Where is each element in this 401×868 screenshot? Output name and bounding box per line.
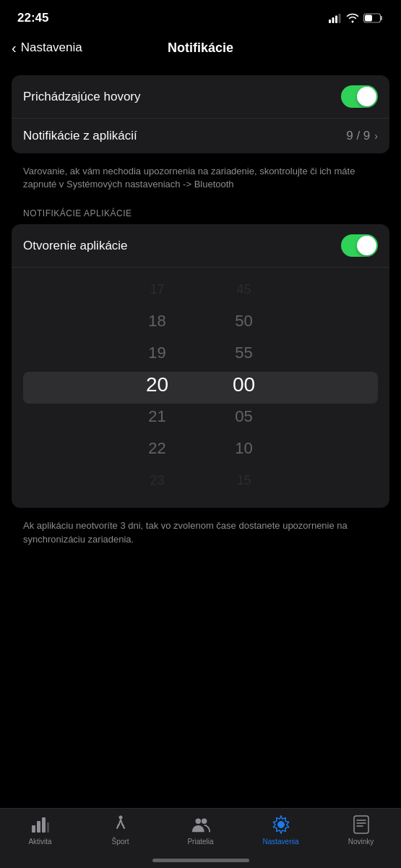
incoming-calls-label: Prichádzajúce hovory: [23, 90, 141, 104]
svg-rect-10: [47, 822, 49, 833]
hour-item: 23: [114, 464, 201, 496]
aktivita-icon: [30, 814, 51, 835]
minute-item: 15: [201, 464, 288, 496]
hour-item: 18: [114, 305, 201, 337]
hours-column[interactable]: 17 18 19 20 21 22 23: [114, 273, 201, 496]
home-indicator: [152, 859, 249, 862]
svg-rect-14: [354, 816, 368, 833]
tab-priatelia[interactable]: Priatelia: [160, 814, 241, 846]
svg-rect-2: [335, 15, 337, 23]
svg-rect-9: [42, 817, 46, 833]
time-picker[interactable]: 17 18 19 20 21 22 23 45 50 55 00 05 10 1…: [12, 268, 389, 508]
status-bar: 22:45: [0, 0, 401, 32]
minute-item: 45: [201, 273, 288, 305]
svg-rect-3: [339, 14, 341, 23]
nastavenia-label: Nastavenia: [262, 838, 298, 846]
status-icons: [329, 13, 384, 23]
novinky-icon: [351, 814, 371, 835]
tab-nastavenia[interactable]: Nastavenia: [241, 814, 321, 846]
warning-text: Varovanie, ak vám nechodia upozornenia n…: [12, 159, 389, 203]
app-notifications-label: Notifikácie z aplikácií: [23, 129, 137, 143]
svg-rect-1: [332, 17, 335, 23]
toggle-knob-2: [357, 236, 376, 255]
wifi-icon: [346, 13, 359, 23]
hour-item: 17: [114, 273, 201, 305]
setting-group-1: Prichádzajúce hovory Notifikácie z aplik…: [12, 75, 389, 153]
hour-selected: 20: [114, 369, 201, 401]
svg-rect-6: [365, 15, 372, 22]
footer-text: Ak aplikáciu neotvoríte 3 dni, tak vo zv…: [12, 514, 389, 557]
incoming-calls-row[interactable]: Prichádzajúce hovory: [12, 75, 389, 119]
signal-icon: [329, 14, 342, 23]
svg-point-11: [118, 816, 122, 820]
svg-rect-7: [32, 825, 35, 833]
minute-item: 50: [201, 305, 288, 337]
minute-item: 05: [201, 401, 288, 433]
sport-icon: [111, 814, 131, 835]
svg-rect-0: [329, 20, 331, 23]
status-time: 22:45: [17, 11, 48, 25]
app-notifications-row[interactable]: Notifikácie z aplikácií 9 / 9 ›: [12, 119, 389, 153]
incoming-calls-toggle[interactable]: [341, 85, 378, 108]
novinky-label: Novinky: [348, 838, 374, 846]
tab-novinky[interactable]: Novinky: [321, 814, 401, 846]
app-setting-group: Otvorenie aplikácie 17 18 19 20 21 22 23…: [12, 224, 389, 508]
svg-point-13: [201, 819, 206, 824]
priatelia-icon: [191, 814, 211, 835]
aktivita-label: Aktivita: [28, 838, 51, 846]
sport-label: Šport: [112, 838, 129, 846]
app-notifications-count: 9 / 9: [346, 129, 370, 143]
content-area: Prichádzajúce hovory Notifikácie z aplik…: [0, 64, 401, 558]
tab-aktivita[interactable]: Aktivita: [0, 814, 80, 846]
section-header: NOTIFIKÁCIE APLIKÁCIE: [12, 208, 389, 224]
svg-point-12: [195, 819, 200, 824]
nav-bar: ‹ Nastavenia Notifikácie: [0, 32, 401, 64]
nav-title: Notifikácie: [168, 41, 233, 56]
svg-rect-5: [381, 16, 383, 20]
app-notifications-value: 9 / 9 ›: [346, 129, 378, 143]
open-app-row[interactable]: Otvorenie aplikácie: [12, 224, 389, 268]
battery-icon: [363, 13, 384, 23]
hour-item: 21: [114, 401, 201, 433]
hour-item: 19: [114, 337, 201, 369]
nav-back-label: Nastavenia: [21, 41, 82, 55]
tab-bar: Aktivita Šport Priatelia: [0, 808, 401, 868]
minute-item: 55: [201, 337, 288, 369]
minutes-column[interactable]: 45 50 55 00 05 10 15: [201, 273, 288, 496]
nastavenia-icon: [271, 814, 291, 835]
hour-item: 22: [114, 433, 201, 464]
minute-selected: 00: [201, 369, 288, 401]
minute-item: 10: [201, 433, 288, 464]
priatelia-label: Priatelia: [187, 838, 213, 846]
chevron-right-icon: ›: [374, 130, 378, 142]
toggle-knob: [357, 87, 376, 106]
open-app-toggle[interactable]: [341, 234, 378, 257]
back-chevron-icon: ‹: [12, 40, 17, 56]
tab-sport[interactable]: Šport: [80, 814, 160, 846]
svg-rect-8: [37, 821, 40, 833]
nav-back-button[interactable]: ‹ Nastavenia: [12, 40, 82, 56]
open-app-label: Otvorenie aplikácie: [23, 239, 128, 253]
